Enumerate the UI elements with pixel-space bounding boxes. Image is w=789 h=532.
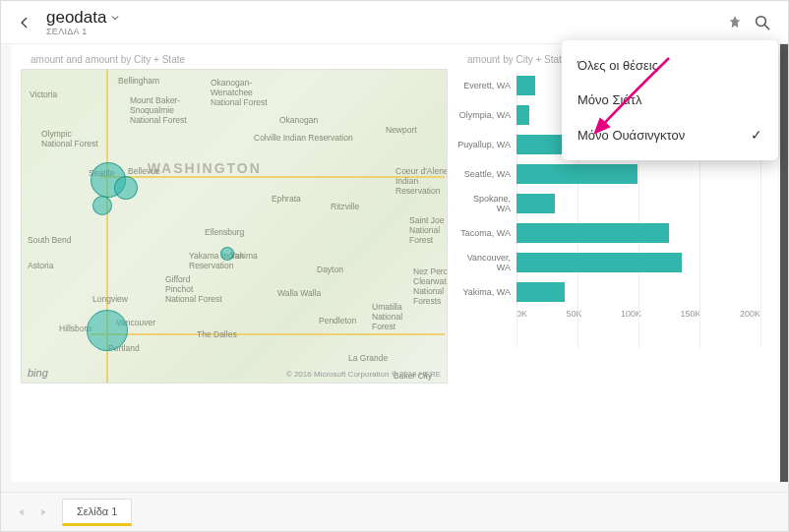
chevron-left-icon: [18, 16, 31, 30]
bar-row[interactable]: Vancouver, WA: [457, 250, 770, 275]
scrollbar[interactable]: [780, 44, 788, 482]
check-icon: ✓: [751, 127, 762, 143]
map-bubble[interactable]: [92, 196, 112, 215]
map-state-label: WASHINGTON: [148, 160, 262, 176]
map-bubble[interactable]: [114, 176, 138, 200]
map-visual[interactable]: amount and amount by City + State WASHIN…: [11, 44, 454, 458]
bar[interactable]: [516, 223, 669, 243]
triangle-left-icon: [17, 507, 27, 517]
page-subtitle: ΣΕΛΙΔΑ 1: [46, 27, 120, 36]
bar[interactable]: [516, 194, 555, 213]
bar-row[interactable]: Yakima, WA: [457, 279, 770, 305]
map-title: amount and amount by City + State: [21, 46, 448, 69]
pin-icon: [727, 15, 743, 30]
bar-label: Olympia, WA: [457, 110, 516, 120]
bar[interactable]: [516, 253, 682, 272]
title-block: geodata ΣΕΛΙΔΑ 1: [46, 8, 120, 36]
bar-label: Tacoma, WA: [457, 228, 516, 238]
header-bar: geodata ΣΕΛΙΔΑ 1: [1, 1, 788, 44]
bing-logo: bing: [28, 367, 48, 379]
geo-filter-popup: Όλες οι θέσεις Μόνο Σιάτλ Μόνο Ουάσινγκτ…: [562, 40, 778, 160]
search-button[interactable]: [749, 9, 776, 36]
triangle-right-icon: [38, 507, 48, 517]
search-icon: [754, 14, 771, 31]
map-copyright: © 2016 Microsoft Corporation © 2016 HERE: [286, 370, 441, 379]
popup-item-all-locations[interactable]: Όλες οι θέσεις: [562, 48, 778, 83]
next-page-button[interactable]: [32, 502, 54, 523]
pin-button[interactable]: [721, 9, 749, 36]
map-bubble[interactable]: [220, 247, 234, 261]
popup-item-washington-only[interactable]: Μόνο Ουάσινγκτον ✓: [562, 117, 778, 152]
page-tab[interactable]: Σελίδα 1: [62, 499, 132, 526]
bar-row[interactable]: Spokane, WA: [457, 191, 770, 216]
popup-item-label: Μόνο Σιάτλ: [577, 92, 641, 107]
svg-line-1: [764, 25, 769, 30]
popup-item-label: Όλες οι θέσεις: [577, 58, 658, 73]
report-title[interactable]: geodata: [46, 8, 106, 28]
bar-row[interactable]: Seattle, WA: [457, 161, 770, 187]
bar-label: Vancouver, WA: [457, 253, 516, 272]
app-root: geodata ΣΕΛΙΔΑ 1 Όλες οι θέσεις Μόνο Σιά…: [0, 0, 789, 532]
bar-label: Seattle, WA: [457, 169, 516, 179]
bar[interactable]: [516, 164, 637, 184]
map-canvas[interactable]: WASHINGTON Bellingham Victoria Mount Bak…: [21, 69, 448, 384]
chevron-down-icon[interactable]: [110, 9, 120, 27]
page-footer: Σελίδα 1: [1, 492, 788, 531]
bar-label: Yakima, WA: [457, 287, 516, 297]
bar-row[interactable]: Tacoma, WA: [457, 220, 770, 246]
prev-page-button[interactable]: [11, 502, 32, 523]
bar-label: Everett, WA: [457, 81, 516, 90]
bar[interactable]: [516, 105, 529, 125]
bar[interactable]: [516, 282, 565, 302]
bar[interactable]: [516, 76, 535, 95]
map-bubble[interactable]: [87, 310, 128, 351]
popup-item-label: Μόνο Ουάσινγκτον: [577, 128, 685, 143]
bar-label: Puyallup, WA: [457, 140, 516, 149]
x-axis: 0K 50K 100K 150K 200K: [516, 309, 770, 319]
back-button[interactable]: [13, 11, 36, 34]
bar-label: Spokane, WA: [457, 194, 516, 213]
popup-item-seattle-only[interactable]: Μόνο Σιάτλ: [562, 83, 778, 117]
